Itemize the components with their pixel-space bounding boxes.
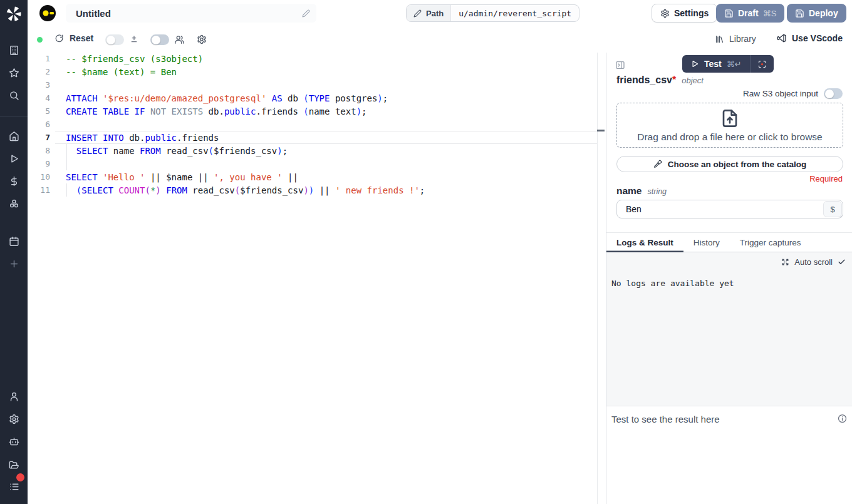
info-icon[interactable] [838,414,847,423]
capture-test-button[interactable] [751,55,774,73]
test-button-group: Test ⌘↵ [682,55,774,73]
code-line-9[interactable]: 9 [28,157,597,170]
token-plain: postgres [330,93,377,103]
raw-s3-toggle[interactable] [824,88,843,99]
line-content: INSERT INTO db.public.friends [55,131,597,144]
edit-title-pencil-icon[interactable] [302,9,310,18]
token-plain [66,146,76,156]
use-vscode-button[interactable]: Use VScode [777,33,843,43]
tab-history[interactable]: History [683,233,730,252]
line-number: 3 [28,80,50,90]
token-comment: -- $friends_csv (s3object) [66,54,203,64]
tab-trigger-captures[interactable]: Trigger captures [730,233,811,252]
token-paren1: ( [303,93,308,103]
sidebar-star-icon[interactable] [0,64,28,81]
pencil-icon [413,9,422,18]
arg-name-header: name string [616,185,667,197]
deploy-label: Deploy [809,8,838,18]
notification-dot [16,473,24,481]
line-content: ATTACH '$res:u/demo/amazed_postgresql' A… [55,91,597,105]
line-content: CREATE TABLE IF NOT EXISTS db.public.fri… [55,105,597,118]
draft-button[interactable]: Draft ⌘S [716,4,784,23]
deploy-button[interactable]: Deploy [787,4,846,23]
sidebar-gear-icon[interactable] [0,410,28,428]
result-pane: Test to see the result here [606,406,852,504]
choose-object-button[interactable]: Choose an object from the catalog [616,156,843,172]
token-keyword: public [224,106,256,116]
rotate-cw-icon [55,34,64,43]
sidebar-group-low [0,232,28,250]
sidebar-resources-icon[interactable] [0,195,28,212]
file-dropzone[interactable]: Drag and drop a file here or click to br… [616,103,843,148]
arg-name: name [616,185,642,197]
code-line-1[interactable]: 1-- $friends_csv (s3object) [28,52,597,65]
token-plain: .friends [256,106,303,116]
code-line-4[interactable]: 4ATTACH '$res:u/demo/amazed_postgresql' … [28,91,597,105]
code-line-8[interactable]: 8 SELECT name FROM read_csv($friends_csv… [28,144,597,157]
token-plain [66,185,76,195]
collab-mode-toggle[interactable] [150,34,169,45]
sidebar-building-icon[interactable] [0,41,28,59]
indent-guide [66,183,67,197]
script-title-box[interactable]: Untitled [66,4,316,23]
diff-mode-toggle[interactable] [105,34,124,45]
auto-scroll-control[interactable]: Auto scroll [781,257,846,267]
path-edit-button[interactable]: Path [407,5,451,21]
code-line-5[interactable]: 5CREATE TABLE IF NOT EXISTS db.public.fr… [28,105,597,118]
name-input-wrap: $ [616,200,843,219]
arg-name: friends_csv [616,75,672,86]
code-line-10[interactable]: 10SELECT 'Hello ' || $name || ', you hav… [28,170,597,183]
editor-scrollbar[interactable] [597,53,598,504]
raw-s3-label: Raw S3 object input [743,89,818,98]
windmill-logo-icon[interactable] [5,5,23,23]
test-button[interactable]: Test ⌘↵ [682,55,750,73]
code-line-2[interactable]: 2-- $name (text) = Ben [28,65,597,78]
collapse-panel-icon[interactable] [615,60,625,70]
token-plain: db [283,93,304,103]
reset-button[interactable]: Reset [55,33,93,43]
sidebar-user-icon[interactable] [0,388,28,405]
right-panel: Test ⌘↵ friends_csv * object Raw S3 obje… [606,53,852,504]
tab-logs-result[interactable]: Logs & Result [606,233,683,252]
token-string: '$res:u/demo/amazed_postgresql' [103,93,266,103]
resize-handle[interactable] [837,212,843,218]
library-button[interactable]: Library [715,34,756,44]
name-input[interactable] [616,200,843,219]
path-value: u/admin/reverent_script [451,5,579,21]
sidebar-play-icon[interactable] [0,150,28,167]
sidebar-robot-icon[interactable] [0,433,28,450]
line-number: 10 [28,172,50,182]
sidebar-home-icon[interactable] [0,127,28,145]
script-title: Untitled [76,8,302,19]
sidebar-plus-icon[interactable] [0,255,28,272]
sidebar-calendar-icon[interactable] [0,232,28,250]
line-number: 5 [28,106,50,116]
code-editor[interactable]: 1-- $friends_csv (s3object)2-- $name (te… [28,52,597,504]
token-plain: || [314,185,335,195]
code-line-6[interactable]: 6 [28,118,597,131]
line-number: 6 [28,120,50,129]
focus-capture-icon [757,59,767,69]
editor-settings-gear-icon[interactable] [197,34,207,44]
line-content: SELECT 'Hello ' || $name || ', you have … [55,170,597,183]
draft-label: Draft [738,8,759,18]
sidebar-dollar-icon[interactable] [0,172,28,190]
line-content: (SELECT COUNT(*) FROM read_csv($friends_… [55,183,597,197]
path-chip[interactable]: Path u/admin/reverent_script [406,4,579,22]
sidebar-folder-icon[interactable] [0,455,28,473]
settings-button[interactable]: Settings [652,4,717,23]
line-content [55,78,597,91]
code-line-3[interactable]: 3 [28,78,597,91]
token-plain: name text [309,106,356,116]
code-line-11[interactable]: 11 (SELECT COUNT(*) FROM read_csv($frien… [28,183,597,197]
reset-label: Reset [70,33,93,43]
cursor-position-marker [597,130,605,131]
arg-type: string [648,187,667,196]
sidebar-group-add [0,255,28,272]
token-keyword: ATTACH [66,93,98,103]
sidebar-list-icon[interactable] [0,478,28,495]
sidebar-search-icon[interactable] [0,86,28,104]
token-keyword: TYPE [309,93,330,103]
code-line-7[interactable]: 7INSERT INTO db.public.friends [28,131,597,144]
duckdb-logo-icon [39,5,56,21]
